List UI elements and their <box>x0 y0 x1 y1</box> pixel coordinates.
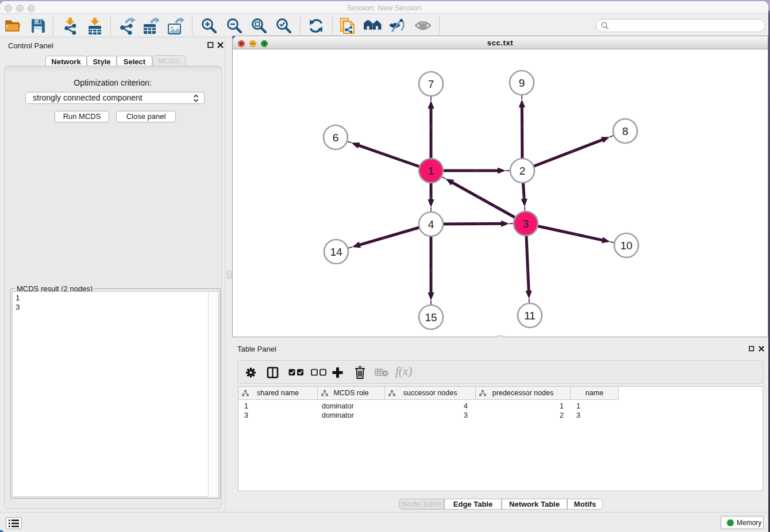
svg-text:11: 11 <box>524 310 536 322</box>
svg-text:10: 10 <box>620 240 632 252</box>
svg-text:14: 14 <box>330 246 342 258</box>
svg-text:1: 1 <box>428 165 434 177</box>
svg-text:7: 7 <box>428 78 434 90</box>
svg-text:6: 6 <box>333 132 339 144</box>
svg-text:9: 9 <box>519 77 525 89</box>
svg-text:4: 4 <box>428 218 434 230</box>
svg-text:2: 2 <box>519 165 526 177</box>
svg-text:3: 3 <box>523 218 529 230</box>
svg-text:15: 15 <box>425 311 437 323</box>
svg-text:8: 8 <box>622 125 629 137</box>
